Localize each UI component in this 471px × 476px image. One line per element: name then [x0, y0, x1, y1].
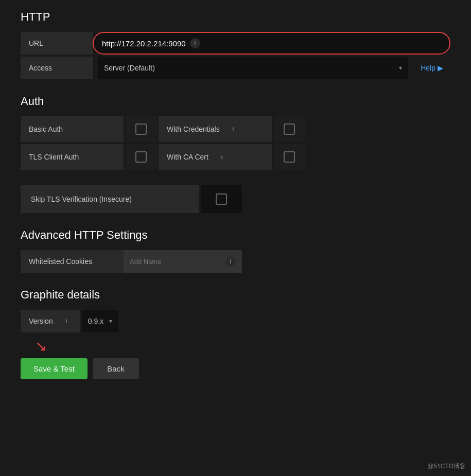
add-name-input[interactable] [130, 258, 217, 266]
cookies-row: Whitelisted Cookies i [21, 250, 242, 273]
with-credentials-info-icon[interactable]: i [228, 124, 238, 134]
skip-tls-section: Skip TLS Verification (Insecure) [21, 185, 450, 213]
with-ca-cert-checkbox-cell [274, 144, 305, 170]
cookies-info-icon[interactable]: i [225, 256, 236, 267]
access-row: Access Server (Default) Browser Direct ▾… [21, 57, 450, 79]
with-ca-cert-checkbox[interactable] [284, 151, 295, 163]
save-test-button[interactable]: Save & Test [21, 358, 88, 379]
version-label: Version [29, 317, 53, 325]
advanced-section: Advanced HTTP Settings Whitelisted Cooki… [21, 228, 450, 273]
tls-client-auth-checkbox[interactable] [135, 151, 147, 163]
version-select[interactable]: 0.9.x 1.0.x 1.1.x [88, 317, 104, 325]
back-button[interactable]: Back [93, 358, 139, 379]
url-label: URL [21, 32, 93, 55]
graphite-section: Graphite details Version i 0.9.x 1.0.x 1… [21, 288, 450, 332]
advanced-section-title: Advanced HTTP Settings [21, 228, 450, 242]
basic-auth-checkbox[interactable] [135, 124, 147, 135]
skip-tls-row: Skip TLS Verification (Insecure) [21, 185, 242, 213]
with-ca-cert-info-icon[interactable]: i [217, 152, 227, 162]
basic-auth-checkbox-cell [126, 116, 156, 142]
http-section-title: HTTP [21, 10, 450, 24]
basic-auth-label: Basic Auth [21, 116, 124, 142]
whitelisted-cookies-label: Whitelisted Cookies [21, 250, 124, 273]
access-chevron-icon: ▾ [399, 64, 402, 72]
arrow-indicator: ↘ [35, 338, 47, 355]
auth-grid: Basic Auth With Credentials i TLS Client… [21, 116, 450, 170]
auth-row-1: Basic Auth With Credentials i [21, 116, 450, 142]
tls-client-auth-checkbox-cell [126, 144, 156, 170]
help-arrow-icon: ▶ [438, 64, 443, 72]
with-ca-cert-label-cell: With CA Cert i [159, 144, 272, 170]
skip-tls-label: Skip TLS Verification (Insecure) [21, 185, 199, 213]
auth-section: Auth Basic Auth With Credentials i TLS C… [21, 95, 450, 170]
with-credentials-checkbox-cell [274, 116, 305, 142]
version-chevron-icon: ▾ [109, 318, 112, 325]
graphite-section-title: Graphite details [21, 288, 450, 302]
cookies-input-wrap: i [124, 250, 242, 273]
url-info-icon[interactable]: i [190, 38, 200, 48]
url-value-cell: http://172.20.2.214:9090 i [93, 32, 450, 55]
version-select-wrap: 0.9.x 1.0.x 1.1.x ▾ [82, 310, 118, 332]
url-text: http://172.20.2.214:9090 [102, 39, 186, 48]
with-ca-cert-label: With CA Cert [167, 153, 208, 161]
skip-tls-checkbox[interactable] [216, 193, 227, 205]
bottom-buttons: ↘ Save & Test Back [21, 353, 450, 379]
url-row: URL http://172.20.2.214:9090 i [21, 32, 450, 55]
skip-tls-checkbox-cell [201, 185, 242, 213]
http-section: HTTP URL http://172.20.2.214:9090 i Acce… [21, 10, 450, 79]
access-select-wrap: Server (Default) Browser Direct ▾ [98, 57, 408, 79]
tls-client-auth-label: TLS Client Auth [21, 144, 124, 170]
version-info-icon[interactable]: i [61, 316, 72, 326]
with-credentials-label: With Credentials [167, 125, 220, 133]
watermark: @51CTO博客 [427, 462, 466, 471]
auth-section-title: Auth [21, 95, 450, 108]
version-label-wrap: Version i [21, 310, 80, 332]
version-row: Version i 0.9.x 1.0.x 1.1.x ▾ [21, 310, 450, 332]
help-button[interactable]: Help ▶ [413, 60, 450, 76]
with-credentials-checkbox[interactable] [284, 124, 295, 135]
access-label: Access [21, 57, 93, 79]
page-container: HTTP URL http://172.20.2.214:9090 i Acce… [0, 0, 471, 390]
with-credentials-label-cell: With Credentials i [159, 116, 272, 142]
help-label: Help [421, 64, 435, 72]
access-select[interactable]: Server (Default) Browser Direct [104, 64, 397, 72]
auth-row-2: TLS Client Auth With CA Cert i [21, 144, 450, 170]
